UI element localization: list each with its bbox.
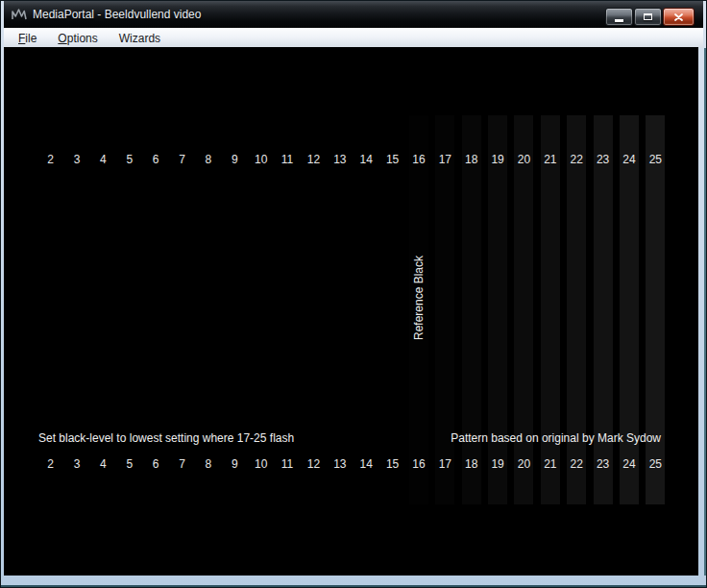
level-number: 22: [564, 457, 590, 471]
level-bar: [146, 115, 165, 504]
level-number: 8: [195, 457, 221, 471]
level-number: 14: [354, 153, 379, 166]
level-number: 3: [63, 153, 89, 166]
level-bar: [41, 115, 61, 504]
level-column: [301, 115, 327, 504]
level-number: 23: [590, 153, 616, 166]
level-bar: [93, 115, 112, 504]
credit-text: Pattern based on original by Mark Sydow: [451, 431, 661, 445]
level-number: 6: [143, 457, 169, 471]
level-numbers-bottom: 2345678910111213141516171819202122232425: [37, 457, 669, 471]
reference-black-label: Reference Black: [412, 255, 426, 341]
level-number: 4: [90, 153, 116, 166]
level-column: [590, 115, 616, 504]
minimize-button[interactable]: [605, 8, 633, 26]
level-number: 25: [643, 153, 669, 166]
level-number: 17: [432, 153, 458, 166]
level-bar: [594, 115, 613, 504]
level-number: 7: [169, 153, 195, 166]
level-column: [537, 115, 563, 504]
level-bar: [514, 115, 533, 504]
level-bar: [356, 115, 376, 504]
level-number: 24: [616, 457, 642, 471]
level-number: 14: [354, 457, 379, 471]
level-number: 19: [484, 457, 510, 471]
level-number: 16: [405, 153, 431, 166]
level-bar: [173, 115, 192, 504]
level-bar: [383, 115, 402, 504]
level-bar: [67, 115, 86, 504]
level-number: 9: [222, 153, 248, 166]
level-number: 11: [274, 457, 300, 471]
level-column: [458, 115, 484, 504]
level-number: 21: [537, 153, 563, 166]
level-number: 18: [458, 153, 484, 166]
level-number: 25: [643, 457, 669, 471]
level-number: 19: [484, 153, 510, 166]
titlebar[interactable]: MediaPortal - Beeldvullend video: [4, 1, 703, 28]
level-number: 22: [564, 153, 590, 166]
level-number: 11: [274, 153, 300, 166]
level-number: 13: [327, 457, 353, 471]
level-column: [643, 115, 669, 504]
level-column: [484, 115, 510, 504]
level-bar: [252, 115, 271, 504]
level-column: [327, 115, 353, 504]
level-column: [169, 115, 195, 504]
app-window: MediaPortal - Beeldvullend video FileOpt…: [0, 0, 707, 588]
level-bar: [435, 115, 454, 504]
level-column: [248, 115, 274, 504]
level-number: 5: [116, 457, 142, 471]
window-controls: [605, 8, 695, 26]
level-bar: [199, 115, 218, 504]
level-column: [511, 115, 537, 504]
level-column: [116, 115, 142, 504]
level-number: 20: [511, 457, 537, 471]
level-bar: [278, 115, 297, 504]
level-number: 9: [222, 457, 248, 471]
level-number: 17: [432, 457, 458, 471]
level-bar: [488, 115, 507, 504]
level-column: [379, 115, 405, 504]
level-number: 7: [169, 457, 195, 471]
level-number: 3: [63, 457, 89, 471]
menu-item-wizards[interactable]: Wizards: [111, 30, 168, 47]
level-column: [37, 115, 63, 504]
instruction-text: Set black-level to lowest setting where …: [38, 431, 294, 445]
level-number: 4: [90, 457, 116, 471]
window-title: MediaPortal - Beeldvullend video: [33, 1, 201, 28]
mediaportal-logo-icon: [12, 9, 27, 20]
level-number: 8: [195, 153, 221, 166]
level-numbers-top: 2345678910111213141516171819202122232425: [37, 153, 669, 166]
menubar: FileOptionsWizards: [4, 28, 703, 48]
level-column: [616, 115, 642, 504]
level-column: [222, 115, 248, 504]
black-level-bars: [37, 115, 669, 504]
maximize-button[interactable]: [634, 8, 662, 26]
level-number: 12: [301, 457, 327, 471]
level-number: 24: [616, 153, 642, 166]
level-bar: [330, 115, 350, 504]
level-column: [432, 115, 458, 504]
level-number: 2: [37, 153, 63, 166]
minimize-icon: [615, 19, 623, 22]
level-number: 21: [537, 457, 563, 471]
level-column: [564, 115, 590, 504]
menu-item-file[interactable]: File: [11, 30, 44, 47]
level-number: 16: [405, 457, 431, 471]
level-column: [90, 115, 116, 504]
level-number: 20: [511, 153, 537, 166]
level-column: [63, 115, 89, 504]
level-number: 5: [116, 153, 142, 166]
level-number: 10: [248, 457, 274, 471]
close-button[interactable]: [663, 8, 695, 26]
level-column: [354, 115, 379, 504]
level-number: 10: [248, 153, 274, 166]
level-column: [195, 115, 221, 504]
level-number: 15: [379, 457, 405, 471]
level-bar: [541, 115, 560, 504]
black-level-test-pattern: 2345678910111213141516171819202122232425…: [4, 47, 698, 576]
level-number: 2: [37, 457, 63, 471]
menu-item-options[interactable]: Options: [50, 30, 105, 47]
level-bar: [646, 115, 665, 504]
